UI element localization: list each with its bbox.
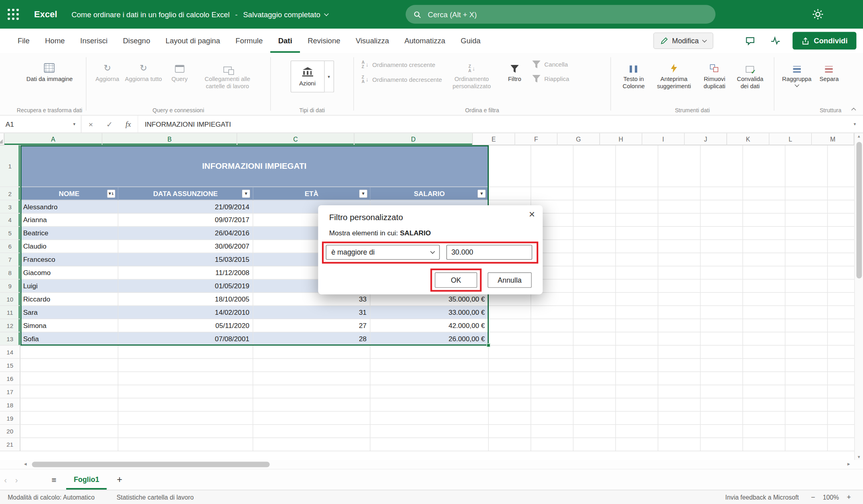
row-header-17[interactable]: 17: [0, 385, 20, 399]
cell-K4[interactable]: [743, 214, 786, 227]
cell-H13[interactable]: [616, 332, 658, 346]
row-header-16[interactable]: 16: [0, 372, 20, 385]
cell-D17[interactable]: [371, 385, 489, 399]
ok-button[interactable]: OK: [435, 272, 477, 287]
cell-G5[interactable]: [573, 227, 616, 240]
cell-B14[interactable]: [118, 346, 253, 359]
cell-H3[interactable]: [616, 200, 658, 214]
cell-L4[interactable]: [785, 214, 828, 227]
cell-K14[interactable]: [743, 346, 786, 359]
row-header-3[interactable]: 3: [0, 200, 20, 214]
ribbon-tab-inserisci[interactable]: Inserisci: [73, 28, 115, 53]
cell-I6[interactable]: [658, 240, 701, 253]
cell-B4[interactable]: 09/07/2017: [118, 214, 253, 227]
cell-J18[interactable]: [701, 399, 743, 412]
cell-H8[interactable]: [616, 266, 658, 279]
row-header-14[interactable]: 14: [0, 346, 20, 359]
flash-fill-button[interactable]: Anteprima suggerimenti: [651, 57, 697, 93]
cell-L2[interactable]: [785, 187, 828, 200]
cell-G8[interactable]: [573, 266, 616, 279]
cell-C15[interactable]: [253, 359, 370, 372]
cell-M19[interactable]: [828, 412, 854, 425]
cell-G6[interactable]: [573, 240, 616, 253]
cell-B18[interactable]: [118, 399, 253, 412]
column-header-F[interactable]: F: [515, 133, 558, 145]
cell-B10[interactable]: 18/10/2005: [118, 293, 253, 306]
cell-D13[interactable]: 26.000,00 €: [371, 332, 489, 346]
sort-ascending-button[interactable]: AZ↓ Ordinamento crescente: [362, 61, 442, 69]
cell-B20[interactable]: [118, 425, 253, 438]
cell-B7[interactable]: 15/03/2015: [118, 253, 253, 266]
row-header-15[interactable]: 15: [0, 359, 20, 372]
cell-D18[interactable]: [371, 399, 489, 412]
cell-H18[interactable]: [616, 399, 658, 412]
column-header-M[interactable]: M: [812, 133, 854, 145]
filter-button-salario[interactable]: ▾: [477, 189, 486, 198]
cell-J11[interactable]: [701, 306, 743, 319]
cell-F16[interactable]: [531, 372, 573, 385]
cell-I16[interactable]: [658, 372, 701, 385]
cell-M5[interactable]: [828, 227, 854, 240]
row-header-18[interactable]: 18: [0, 399, 20, 412]
cell-G4[interactable]: [573, 214, 616, 227]
cell-F2[interactable]: [531, 187, 573, 200]
cell-I5[interactable]: [658, 227, 701, 240]
scroll-down-button[interactable]: ▼: [855, 455, 863, 459]
cell-A12[interactable]: Simona: [20, 319, 118, 332]
cell-F20[interactable]: [531, 425, 573, 438]
cell-L8[interactable]: [785, 266, 828, 279]
cell-L5[interactable]: [785, 227, 828, 240]
cell-M12[interactable]: [828, 319, 854, 332]
cell-K18[interactable]: [743, 399, 786, 412]
cell-C13[interactable]: 28: [253, 332, 370, 346]
row-header-7[interactable]: 7: [0, 253, 20, 266]
cell-E16[interactable]: [489, 372, 531, 385]
cell-A13[interactable]: Sofia: [20, 332, 118, 346]
cell-E19[interactable]: [489, 412, 531, 425]
cell-C20[interactable]: [253, 425, 370, 438]
cell-C16[interactable]: [253, 372, 370, 385]
cell-G20[interactable]: [573, 425, 616, 438]
cell-J8[interactable]: [701, 266, 743, 279]
cell-J10[interactable]: [701, 293, 743, 306]
cell-M15[interactable]: [828, 359, 854, 372]
cell-G17[interactable]: [573, 385, 616, 399]
zoom-in-button[interactable]: +: [847, 493, 851, 502]
cell-G13[interactable]: [573, 332, 616, 346]
cell-F18[interactable]: [531, 399, 573, 412]
cell-B15[interactable]: [118, 359, 253, 372]
cell-J14[interactable]: [701, 346, 743, 359]
cell-A8[interactable]: Giacomo: [20, 266, 118, 279]
cell-J6[interactable]: [701, 240, 743, 253]
cell-A16[interactable]: [20, 372, 118, 385]
cell-J12[interactable]: [701, 319, 743, 332]
cell-L9[interactable]: [785, 279, 828, 293]
cell-A21[interactable]: [20, 438, 118, 451]
cell-A17[interactable]: [20, 385, 118, 399]
cell-M17[interactable]: [828, 385, 854, 399]
cell-H4[interactable]: [616, 214, 658, 227]
search-input[interactable]: [427, 10, 708, 19]
table-header-nome[interactable]: NOME▾1: [20, 187, 118, 200]
row-header-11[interactable]: 11: [0, 306, 20, 319]
cell-J3[interactable]: [701, 200, 743, 214]
reapply-filter-button[interactable]: Riapplica: [532, 75, 569, 83]
row-header-9[interactable]: 9: [0, 279, 20, 293]
cell-M1[interactable]: [828, 145, 854, 187]
mode-dropdown-button[interactable]: Modifica: [653, 32, 713, 49]
cell-G7[interactable]: [573, 253, 616, 266]
row-header-5[interactable]: 5: [0, 227, 20, 240]
cell-E14[interactable]: [489, 346, 531, 359]
cell-L15[interactable]: [785, 359, 828, 372]
cell-H2[interactable]: [616, 187, 658, 200]
cell-J16[interactable]: [701, 372, 743, 385]
cell-H15[interactable]: [616, 359, 658, 372]
fill-handle[interactable]: [486, 343, 490, 347]
cell-A5[interactable]: Beatrice: [20, 227, 118, 240]
ribbon-tab-formule[interactable]: Formule: [228, 28, 270, 53]
filter-button-data assunzione[interactable]: ▾: [242, 189, 251, 198]
column-header-D[interactable]: D: [355, 133, 473, 145]
cell-A4[interactable]: Arianna: [20, 214, 118, 227]
cell-C12[interactable]: 27: [253, 319, 370, 332]
cell-M4[interactable]: [828, 214, 854, 227]
